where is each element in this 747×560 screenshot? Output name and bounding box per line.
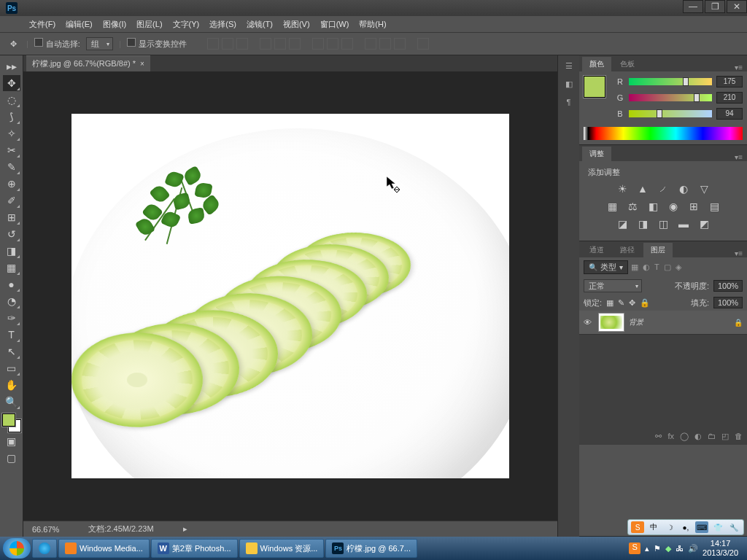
tab-grip-icon[interactable]: ▸▸ [3,58,20,74]
menu-layer[interactable]: 图层(L) [132,18,166,31]
marquee-tool[interactable]: ◌ [3,92,20,108]
brush-tool[interactable]: ✐ [3,192,20,209]
tray-volume-icon[interactable]: 🔊 [688,544,698,553]
gradient-tool[interactable]: ▦ [3,260,20,276]
sogou-tray-icon[interactable]: S [629,542,640,554]
foreground-swatch[interactable] [2,413,15,427]
lasso-tool[interactable]: ⟆ [3,109,20,125]
menu-select[interactable]: 选择(S) [205,18,241,31]
g-slider[interactable] [629,94,712,101]
current-color-swatch[interactable] [584,76,605,98]
ime-punct-icon[interactable]: ●, [679,521,692,533]
filter-pixel-icon[interactable]: ▦ [631,262,638,272]
tray-flag-icon[interactable]: ⚑ [654,544,661,553]
panel-menu-icon[interactable]: ▾≡ [735,63,747,71]
document-tab[interactable]: 柠檬.jpg @ 66.7%(RGB/8#) * × [26,55,150,71]
task-word[interactable]: W第2章 Photosh... [151,539,238,558]
invert-icon[interactable]: ◪ [616,217,629,230]
close-button[interactable]: ✕ [727,0,747,13]
ime-skin-icon[interactable]: 👕 [711,521,724,533]
menu-edit[interactable]: 编辑(E) [61,18,97,31]
ime-toolbar[interactable]: S 中 ☽ ●, ⌨ 👕 🔧 [627,519,744,535]
bw-icon[interactable]: ◧ [646,200,659,213]
dodge-tool[interactable]: ◔ [3,293,20,309]
filter-smart-icon[interactable]: ◈ [676,262,681,272]
move-tool[interactable]: ✥ [3,75,20,91]
distribute-vcenter-icon[interactable] [327,38,338,50]
menu-view[interactable]: 视图(V) [279,18,314,31]
curves-icon[interactable]: ⟋ [657,182,670,195]
layer-thumbnail[interactable] [598,313,624,332]
balance-icon[interactable]: ⚖ [626,200,639,213]
spectrum-picker[interactable] [584,127,743,140]
fill-input[interactable]: 100% [713,297,743,308]
tab-channels[interactable]: 通道 [582,243,611,257]
task-photoshop[interactable]: Ps柠檬.jpg @ 66.7... [325,539,417,558]
shape-tool[interactable]: ▭ [3,360,20,376]
tray-safe-icon[interactable]: ◆ [665,544,671,553]
ime-keyboard-icon[interactable]: ⌨ [695,521,708,533]
tab-color[interactable]: 颜色 [582,57,611,71]
visibility-icon[interactable]: 👁 [584,318,594,327]
blend-mode-dropdown[interactable]: 正常 [584,279,642,292]
history-brush-tool[interactable]: ↺ [3,226,20,242]
lookup-icon[interactable]: ▤ [708,200,721,213]
align-bottom-icon[interactable] [236,38,248,50]
distribute-right-icon[interactable] [394,38,406,50]
type-tool[interactable]: T [3,327,20,343]
opacity-input[interactable]: 100% [713,280,743,292]
maximize-button[interactable]: ❐ [705,0,725,13]
menu-image[interactable]: 图像(I) [98,18,131,31]
hand-tool[interactable]: ✋ [3,377,20,393]
hue-icon[interactable]: ▦ [605,200,619,213]
canvas-area[interactable] [23,71,557,521]
statusbar-arrow-icon[interactable]: ▸ [183,524,187,534]
g-input[interactable]: 210 [716,92,743,104]
exposure-icon[interactable]: ◐ [677,182,690,195]
panel-menu-icon[interactable]: ▾≡ [735,153,747,161]
link-icon[interactable]: ⚯ [655,432,662,441]
task-wmp[interactable]: Windows Media... [58,539,150,558]
lock-pos-icon[interactable]: ✥ [629,298,635,308]
lock-pixel-icon[interactable]: ▦ [606,298,614,308]
distribute-left-icon[interactable] [365,38,376,50]
pen-tool[interactable]: ✑ [3,310,20,326]
stamp-tool[interactable]: ⊞ [3,209,20,225]
layer-filter-type[interactable]: 🔍 类型 ▾ [584,260,628,274]
tab-adjustments[interactable]: 调整 [582,147,611,161]
new-layer-icon[interactable]: ◰ [721,432,729,441]
path-tool[interactable]: ↖ [3,343,20,359]
blur-tool[interactable]: ● [3,276,20,292]
properties-panel-icon[interactable]: ◧ [565,79,573,89]
posterize-icon[interactable]: ◨ [636,217,649,230]
layer-item[interactable]: 👁 背景 🔒 [579,311,747,335]
selective-icon[interactable]: ◩ [697,217,711,230]
menu-filter[interactable]: 滤镜(T) [242,18,277,31]
history-panel-icon[interactable]: ☰ [565,61,573,71]
mask-icon[interactable]: ◯ [680,432,689,441]
b-input[interactable]: 94 [716,108,743,120]
canvas[interactable] [71,114,509,478]
distribute-bottom-icon[interactable] [341,38,353,50]
auto-select-checkbox[interactable]: 自动选择: [34,38,80,50]
tray-up-icon[interactable]: ▴ [645,544,649,553]
task-explorer[interactable]: Windows 资源... [239,539,325,558]
distribute-hcenter-icon[interactable] [379,38,391,50]
tab-swatches[interactable]: 色板 [613,57,642,71]
character-panel-icon[interactable]: ¶ [567,98,571,106]
zoom-tool[interactable]: 🔍 [3,394,20,410]
align-hcenter-icon[interactable] [274,38,286,50]
group-icon[interactable]: 🗀 [708,432,716,440]
ime-zhong[interactable]: 中 [647,521,660,533]
filter-type-icon[interactable]: T [654,262,659,272]
lock-all-icon[interactable]: 🔒 [640,298,650,308]
panel-menu-icon[interactable]: ▾≡ [735,249,747,257]
delete-icon[interactable]: 🗑 [735,432,743,440]
clock[interactable]: 14:17 2013/3/20 [703,539,738,558]
fx-icon[interactable]: fx [667,432,674,440]
tray-network-icon[interactable]: 🖧 [676,544,684,553]
zoom-level[interactable]: 66.67% [32,525,59,534]
close-tab-icon[interactable]: × [140,60,144,68]
r-slider[interactable] [629,78,712,85]
heal-tool[interactable]: ⊕ [3,176,20,192]
